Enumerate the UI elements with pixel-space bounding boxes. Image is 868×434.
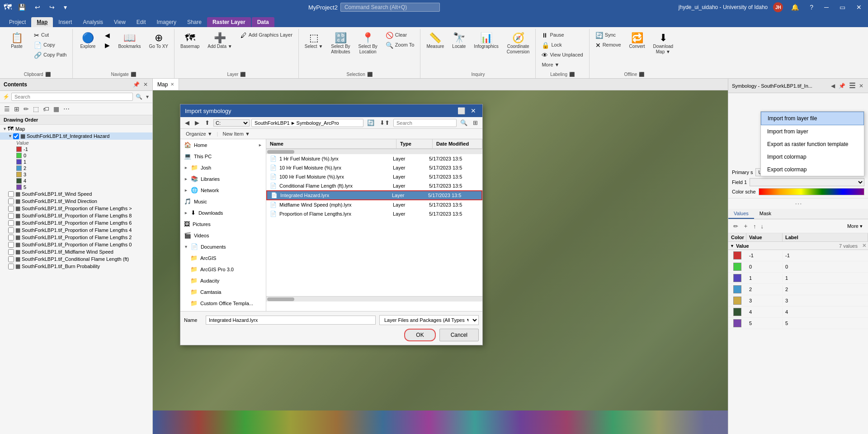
tree-item-prop-flame-gt[interactable]: ▦ SouthForkLBP1.tif_Proportion of Flame … — [0, 205, 152, 212]
dialog-up-button[interactable]: ⬆ — [203, 118, 212, 127]
values-row-3[interactable]: 3 3 — [728, 295, 868, 307]
val-swatch-minus1[interactable] — [733, 251, 741, 259]
paste-button[interactable]: 📋 Paste — [5, 31, 29, 52]
files-scroll-top[interactable] — [266, 149, 482, 154]
tree-item-prop-flame-6[interactable]: ▦ SouthForkLBP1.tif_Proportion of Flame … — [0, 219, 152, 226]
tree-item-burn-probability[interactable]: ▦ SouthForkLBP1.tif_Burn Probability — [0, 263, 152, 270]
sidebar-item-videos[interactable]: 🎬 Videos — [180, 230, 266, 241]
file-row-conditional[interactable]: 📄 Conditional Flame Length (ft).lyrx Lay… — [266, 181, 482, 190]
layer-expand-icon[interactable]: ⬛ — [240, 72, 245, 77]
tree-item-map[interactable]: ▼ 🗺 Map — [0, 125, 152, 132]
nav-forward-button[interactable]: ▶ — [102, 41, 113, 50]
sidebar-item-documents[interactable]: ▼ 📄 Documents — [180, 241, 266, 252]
color-scheme-preview[interactable] — [759, 188, 864, 195]
new-item-button[interactable]: New Item ▼ — [221, 130, 251, 137]
dialog-search-button[interactable]: 🔍 — [458, 118, 469, 127]
locate-button[interactable]: 🔭 Locate — [449, 31, 469, 52]
dialog-view-button[interactable]: ⊞ — [471, 118, 480, 127]
values-row-0[interactable]: 0 0 — [728, 261, 868, 273]
sidebar-item-music[interactable]: 🎵 Music — [180, 196, 266, 207]
tab-edit[interactable]: Edit — [131, 17, 151, 27]
symbology-close-button[interactable]: ✕ — [858, 82, 864, 90]
clear-button[interactable]: 🚫 Clear — [382, 31, 418, 40]
checkbox-prop-flame-2[interactable] — [8, 235, 14, 241]
layer-checkbox-integrated-hazard[interactable] — [13, 133, 19, 139]
command-search-input[interactable] — [340, 3, 440, 12]
tree-item-value-3[interactable]: 3 — [0, 171, 152, 178]
sym-tab-mask[interactable]: Mask — [754, 209, 777, 219]
checkbox-prop-flame-6[interactable] — [8, 220, 14, 226]
file-row-midflame[interactable]: 📄 Midflame Wind Speed (mph).lyrx Layer 5… — [266, 200, 482, 209]
select-by-location-button[interactable]: 📍 Select ByLocation — [355, 31, 381, 57]
tab-view[interactable]: View — [108, 17, 131, 27]
checkbox-wind-speed[interactable] — [8, 191, 14, 197]
lock-button[interactable]: 🔒 Lock — [538, 41, 586, 50]
help-btn[interactable]: ? — [807, 2, 816, 13]
close-btn[interactable]: ✕ — [854, 2, 864, 13]
tree-item-prop-flame-0[interactable]: ▦ SouthForkLBP1.tif_Proportion of Flame … — [0, 241, 152, 248]
minimize-btn[interactable]: ─ — [821, 2, 831, 13]
search-options-button[interactable]: ▾ — [145, 93, 150, 101]
sync-button[interactable]: 🔄 Sync — [592, 31, 624, 40]
draw-tool-button[interactable]: ⬚ — [32, 104, 40, 113]
tree-item-prop-flame-2[interactable]: ▦ SouthForkLBP1.tif_Proportion of Flame … — [0, 234, 152, 241]
nav-back-button[interactable]: ◀ — [102, 31, 113, 40]
selection-expand-icon[interactable]: ⬛ — [367, 72, 373, 77]
checkbox-prop-flame-0[interactable] — [8, 242, 14, 248]
label-tool-button[interactable]: 🏷 — [42, 104, 51, 113]
redo-btn[interactable]: ↪ — [47, 2, 57, 13]
cancel-button[interactable]: Cancel — [439, 329, 479, 341]
val-swatch-4[interactable] — [733, 308, 741, 316]
values-row-2[interactable]: 2 2 — [728, 284, 868, 295]
sidebar-item-network[interactable]: ► 🌐 Network — [180, 184, 266, 196]
symbology-menu-button[interactable]: ☰ — [848, 80, 856, 91]
files-scroll-thumb-bottom[interactable] — [267, 297, 294, 301]
select-by-attributes-button[interactable]: 🔡 Select ByAttributes — [328, 31, 353, 57]
panel-close-button[interactable]: ✕ — [142, 80, 149, 89]
navigate-expand-icon[interactable]: ⬛ — [131, 72, 136, 77]
filename-input[interactable] — [206, 316, 376, 325]
val-swatch-1[interactable] — [733, 274, 741, 282]
tab-raster-layer[interactable]: Raster Layer — [207, 17, 251, 27]
files-scroll-thumb[interactable] — [267, 150, 294, 154]
select-button[interactable]: ⬚ Select ▼ — [302, 31, 326, 52]
tree-item-prop-flame-8[interactable]: ▦ SouthForkLBP1.tif_Proportion of Flame … — [0, 212, 152, 219]
tab-insert[interactable]: Insert — [53, 17, 77, 27]
ok-button[interactable]: OK — [404, 329, 435, 341]
bookmarks-button[interactable]: 📖 Bookmarks — [115, 31, 144, 52]
symbology-back-button[interactable]: ◀ — [830, 82, 836, 90]
search-button[interactable]: 🔍 — [135, 93, 143, 101]
dialog-close-button[interactable]: ✕ — [469, 107, 478, 114]
values-row-minus1[interactable]: -1 -1 — [728, 250, 868, 261]
save-btn[interactable]: 💾 — [15, 2, 28, 13]
more-btn[interactable]: ▾ — [61, 2, 70, 13]
remove-button[interactable]: ✕ Remove — [592, 41, 624, 50]
checkbox-prop-flame-gt[interactable] — [8, 206, 14, 212]
restore-btn[interactable]: ▭ — [837, 2, 848, 13]
more-labeling-button[interactable]: More ▼ — [538, 61, 586, 69]
col-type-header[interactable]: Type — [396, 139, 433, 148]
values-more-button[interactable]: More ▾ — [845, 222, 864, 230]
file-row-proportion[interactable]: 📄 Proportion of Flame Lengths.lyrx Layer… — [266, 209, 482, 218]
organize-button[interactable]: Organize ▼ — [184, 130, 214, 137]
values-row-4[interactable]: 4 4 — [728, 307, 868, 318]
infographics-button[interactable]: 📊 Infographics — [471, 31, 501, 52]
map-background[interactable]: Import symbology ⬜ ✕ ◀ ▶ ⬆ C: — [153, 90, 728, 434]
drive-selector[interactable]: C: — [213, 119, 250, 127]
tree-item-value-4[interactable]: 4 — [0, 178, 152, 184]
values-row-1[interactable]: 1 1 — [728, 273, 868, 284]
tab-analysis[interactable]: Analysis — [77, 17, 108, 27]
tree-item-value-1[interactable]: 1 — [0, 159, 152, 165]
sidebar-item-arcgis[interactable]: 📁 ArcGIS — [180, 252, 266, 264]
sidebar-item-this-pc[interactable]: 💻 This PC — [180, 151, 266, 162]
sidebar-item-pictures[interactable]: 🖼 Pictures — [180, 218, 266, 230]
values-move-down-button[interactable]: ↓ — [760, 222, 765, 231]
tree-item-prop-flame-4[interactable]: ▦ SouthForkLBP1.tif_Proportion of Flame … — [0, 226, 152, 234]
field1-selector[interactable] — [750, 178, 864, 186]
tree-item-wind-direction[interactable]: ▦ SouthForkLBP1.tif_Wind Direction — [0, 198, 152, 205]
val-swatch-5[interactable] — [733, 319, 741, 327]
zoom-to-button[interactable]: 🔍 Zoom To — [382, 41, 418, 50]
measure-button[interactable]: 📏 Measure — [423, 31, 447, 52]
tree-item-conditional-flame[interactable]: ▦ SouthForkLBP1.tif_Conditional Flame Le… — [0, 255, 152, 263]
file-row-100hr[interactable]: 📄 100 Hr Fuel Moisture (%).lyrx Layer 5/… — [266, 172, 482, 181]
